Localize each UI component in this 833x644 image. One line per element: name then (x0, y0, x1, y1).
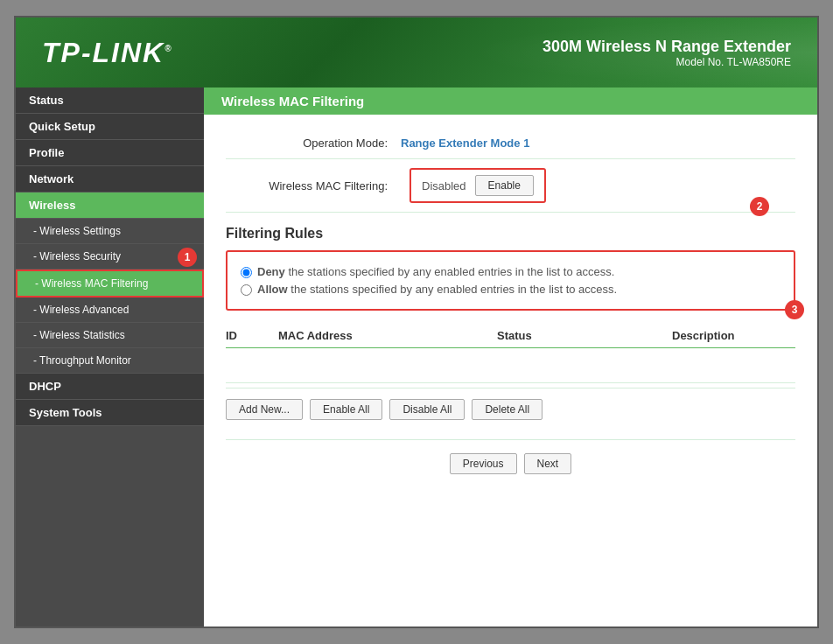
sidebar-item-throughput-monitor[interactable]: - Throughput Monitor (16, 348, 204, 374)
sidebar-item-system-tools[interactable]: System Tools (16, 400, 204, 426)
sidebar-item-network[interactable]: Network (16, 166, 204, 192)
previous-button[interactable]: Previous (450, 453, 517, 474)
sidebar-item-wireless[interactable]: Wireless (16, 192, 204, 219)
rule-allow-option: Allow the stations specified by any enab… (241, 283, 780, 296)
delete-all-button[interactable]: Delete All (472, 399, 542, 420)
table-body (226, 348, 795, 383)
operation-mode-value: Range Extender Mode 1 (401, 136, 529, 150)
rule-deny-option: Deny the stations specified by any enabl… (241, 265, 780, 278)
mac-filtering-label: Wireless MAC Filtering: (226, 179, 401, 192)
col-id-header: ID (226, 329, 278, 342)
mac-filtering-row: Wireless MAC Filtering: Disabled Enable … (226, 159, 795, 213)
rule-allow-text: Allow the stations specified by any enab… (257, 283, 617, 296)
sidebar-item-wireless-advanced[interactable]: - Wireless Advanced (16, 298, 204, 323)
badge-2: 2 (750, 197, 769, 216)
sidebar: Status Quick Setup Profile Network Wirel… (16, 88, 204, 626)
mac-filtering-status: Disabled (422, 179, 466, 192)
rules-box: Deny the stations specified by any enabl… (226, 250, 795, 311)
pagination-row: Previous Next (226, 439, 795, 487)
col-status-header: Status (497, 329, 672, 342)
rule-allow-radio[interactable] (241, 284, 252, 296)
main-content: Wireless MAC Filtering Operation Mode: R… (204, 88, 817, 626)
sidebar-item-quick-setup[interactable]: Quick Setup (16, 114, 204, 140)
operation-mode-label: Operation Mode: (226, 136, 401, 150)
body: Status Quick Setup Profile Network Wirel… (16, 88, 817, 626)
product-title: 300M Wireless N Range Extender (542, 38, 791, 56)
sidebar-item-profile[interactable]: Profile (16, 140, 204, 166)
enable-button[interactable]: Enable (475, 175, 534, 196)
sidebar-security-wrapper: - Wireless Security 1 (16, 244, 204, 270)
rule-allow-bold: Allow (257, 283, 288, 296)
model-number: Model No. TL-WA850RE (542, 56, 791, 68)
rule-deny-text: Deny the stations specified by any enabl… (257, 265, 614, 278)
add-new-button[interactable]: Add New... (226, 399, 303, 420)
table-header: ID MAC Address Status Description (226, 324, 795, 348)
col-mac-header: MAC Address (278, 329, 497, 342)
operation-mode-row: Operation Mode: Range Extender Mode 1 (226, 128, 795, 159)
page-title-bar: Wireless MAC Filtering (204, 88, 817, 115)
sidebar-item-status[interactable]: Status (16, 88, 204, 114)
sidebar-item-wireless-statistics[interactable]: - Wireless Statistics (16, 323, 204, 348)
sidebar-item-dhcp[interactable]: DHCP (16, 374, 204, 400)
mac-filter-box: Disabled Enable (410, 168, 546, 203)
col-desc-header: Description (672, 329, 795, 342)
actions-row: Add New... Enable All Disable All Delete… (226, 388, 795, 430)
logo: TP-LINK® (42, 37, 173, 69)
sidebar-item-wireless-mac-filtering[interactable]: - Wireless MAC Filtering (16, 270, 204, 298)
header: TP-LINK® 300M Wireless N Range Extender … (16, 18, 817, 88)
sidebar-item-wireless-settings[interactable]: - Wireless Settings (16, 219, 204, 244)
filtering-rules-title: Filtering Rules (226, 226, 795, 242)
enable-all-button[interactable]: Enable All (310, 399, 382, 420)
next-button[interactable]: Next (524, 453, 572, 474)
rule-deny-bold: Deny (257, 265, 285, 278)
header-right: 300M Wireless N Range Extender Model No.… (542, 38, 791, 68)
page-title: Wireless MAC Filtering (221, 94, 800, 108)
rule-deny-radio[interactable] (241, 267, 252, 278)
content-area: Operation Mode: Range Extender Mode 1 Wi… (204, 115, 817, 500)
sidebar-item-wireless-security[interactable]: - Wireless Security (16, 244, 204, 270)
badge-1: 1 (178, 248, 197, 267)
main-window: TP-LINK® 300M Wireless N Range Extender … (14, 16, 819, 628)
badge-3: 3 (785, 300, 804, 319)
disable-all-button[interactable]: Disable All (389, 399, 465, 420)
